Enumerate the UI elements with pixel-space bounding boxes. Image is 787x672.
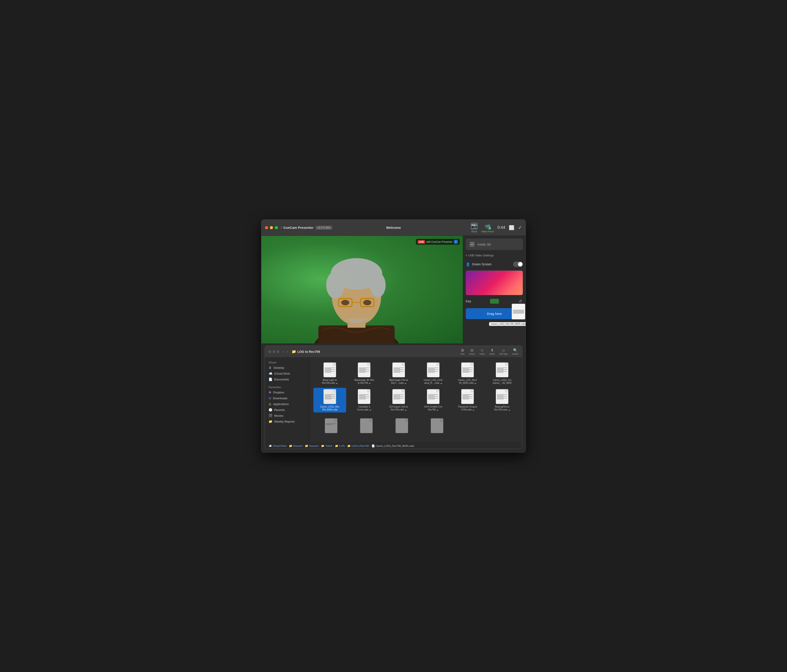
- sidebar-item-weekly-reports[interactable]: 📁 Weekly Reports: [267, 418, 308, 424]
- file-line: [462, 370, 469, 371]
- file-line: [394, 369, 404, 370]
- file-item[interactable]: GH4 Cinelike D to Rec709 ☁: [417, 388, 450, 413]
- file-item[interactable]: Canon_LOG_Rec709_WDR.cube ☁: [451, 361, 484, 386]
- breadcrumb-docume1[interactable]: Docume: [293, 445, 302, 447]
- drag-drop-area[interactable]: Drag here Canon_LOG2_Rec709_WDR.cube: [466, 308, 523, 319]
- view-tool[interactable]: ⊞ View: [460, 348, 465, 355]
- usb-settings-header[interactable]: ▾ USB Video Settings: [466, 253, 523, 258]
- breadcrumb-twitch[interactable]: Twitch: [325, 445, 332, 447]
- file-line: [462, 369, 469, 369]
- file-line: [462, 398, 473, 398]
- sidebar-item-recents[interactable]: 🕐 Recents: [267, 407, 308, 413]
- file-line: [325, 372, 331, 372]
- person-silhouette: [300, 240, 412, 343]
- svg-point-11: [363, 300, 371, 305]
- file-item[interactable]: Alexa LogC to Rec709.cube ☁: [313, 361, 346, 386]
- file-line: [462, 369, 473, 370]
- file-line: [513, 312, 524, 313]
- finder-forward-button[interactable]: ›: [286, 349, 289, 354]
- file-item[interactable]: CineStyle S Curve.cube ☁: [348, 388, 381, 413]
- breadcrumb-sep: ›: [287, 445, 288, 447]
- file-line: [462, 371, 473, 372]
- file-item[interactable]: Blackmagic 4K Film to Rec709 ☁: [348, 361, 381, 386]
- file-line: [462, 368, 473, 368]
- icloud-label: iCloud Drive: [274, 372, 290, 375]
- main-content: LIVE with CueCam Presenter C Aside: [261, 236, 526, 343]
- live-badge: LIVE with CueCam Presenter C: [416, 239, 460, 245]
- file-line: [325, 371, 335, 372]
- file-line: [359, 368, 369, 368]
- finder-close[interactable]: [269, 350, 271, 353]
- finder-traffic-lights: [269, 350, 279, 353]
- file-line: [325, 398, 335, 398]
- tags-tool[interactable]: ◇ Add Tags: [499, 348, 507, 355]
- toggle-knob: [518, 262, 523, 267]
- recents-label: Recents: [274, 408, 285, 412]
- minimize-button[interactable]: [270, 226, 273, 229]
- file-item[interactable]: Canon_LOG2_CinGamut_...09_WDR: [486, 361, 518, 386]
- file-lines: [513, 309, 524, 314]
- file-line: [325, 368, 335, 368]
- icloud-section: iCloud 🖥 Desktop ☁️ iCloud Drive 📄 Docum…: [267, 360, 308, 382]
- sidebar-item-downloads[interactable]: ⊙ Downloads: [267, 395, 308, 401]
- file-item-partial4[interactable]: [420, 417, 454, 434]
- file-item[interactable]: Canon_LOG_CinGamut_R....cube ☁: [417, 361, 450, 386]
- sidebar-item-dropbox[interactable]: ❖ Dropbox: [267, 390, 308, 395]
- breadcrumb-log-rec[interactable]: LOG to Rec709: [352, 445, 368, 447]
- action-tool[interactable]: ☺ Action: [479, 348, 485, 355]
- finder-maximize[interactable]: [277, 350, 279, 353]
- file-item[interactable]: Canon_LOG2_Rec709_WDR.cube: [313, 388, 346, 413]
- file-icon: [496, 389, 508, 404]
- file-icon: [358, 363, 370, 377]
- file-item[interactable]: DJI Inspire LOG to Rec709.cube ☁: [382, 388, 415, 413]
- close-button[interactable]: [265, 226, 268, 229]
- file-line: [325, 369, 331, 369]
- shoot-button[interactable]: 📷 Shoot: [471, 222, 478, 233]
- screen-record-icon[interactable]: ⬜: [509, 225, 514, 230]
- breadcrumb-luts[interactable]: LUTs: [339, 445, 345, 447]
- file-icon: [461, 363, 474, 377]
- finder-minimize[interactable]: [273, 350, 275, 353]
- breadcrumb-icloud[interactable]: iCloud Drive: [273, 445, 286, 447]
- file-item-partial2[interactable]: [349, 417, 383, 434]
- camera-bg: LIVE with CueCam Presenter C: [261, 236, 463, 343]
- dropbox-icon: ❖: [269, 391, 272, 394]
- sidebar-item-icloud[interactable]: ☁️ iCloud Drive: [267, 371, 308, 376]
- video-pencil-button[interactable]: 📹 ✓ Video Pencil: [482, 222, 494, 233]
- cuecam-icon: C: [454, 240, 458, 244]
- titlebar-right: 📷 Shoot 📹 ✓ Video Pencil 0:44 ⬜ ✓: [471, 222, 522, 233]
- file-text-lines: [462, 367, 473, 373]
- tags-icon: ◇: [502, 348, 505, 352]
- search-tool[interactable]: 🔍 Search: [512, 348, 518, 355]
- sidebar-item-applications[interactable]: ◎ Applications: [267, 401, 308, 407]
- file-item[interactable]: Blackmagic Film to Rec7....cube ☁: [382, 361, 415, 386]
- finder-back-button[interactable]: ‹: [282, 349, 285, 354]
- file-text-lines: [497, 394, 507, 400]
- file-item-partial3[interactable]: [385, 417, 419, 434]
- green-screen-toggle[interactable]: [513, 262, 523, 267]
- aside-3d-selector[interactable]: Aside 3D: [466, 238, 523, 250]
- file-name: CineStyle S Curve.cube ☁: [354, 405, 374, 412]
- file-line: [394, 395, 400, 396]
- back-button[interactable]: ‹: [281, 225, 282, 230]
- group-tool[interactable]: ⊟ Group: [469, 348, 475, 355]
- share-tool[interactable]: ⬆ Share: [489, 348, 495, 355]
- file-corner: [369, 418, 372, 422]
- key-color-picker[interactable]: [490, 299, 499, 304]
- file-line: [394, 370, 400, 371]
- group-label: Group: [469, 353, 475, 355]
- file-item[interactable]: Panasonic VLog to V709.cube ☁: [451, 388, 484, 413]
- file-item[interactable]: RedLogFilm to Rec709.cube ☁: [486, 388, 518, 413]
- maximize-button[interactable]: [275, 226, 278, 229]
- svg-point-10: [341, 300, 349, 305]
- file-line: [325, 396, 335, 397]
- file-icon: [431, 418, 443, 433]
- sidebar-item-desktop[interactable]: 🖥 Desktop: [267, 365, 308, 371]
- confirm-button[interactable]: ✓: [518, 225, 522, 230]
- breadcrumb-docume2[interactable]: Docume: [309, 445, 318, 447]
- finder-titlebar: ‹ › 📁 LOG to Rec709 ⊞ View ⊟ Group ☺ Act…: [265, 346, 522, 358]
- file-item-partial1[interactable]: [314, 417, 348, 434]
- sidebar-item-movies[interactable]: 🎬 Movies: [267, 413, 308, 418]
- sidebar-item-documents[interactable]: 📄 Documents: [267, 376, 308, 382]
- file-corner: [333, 390, 336, 393]
